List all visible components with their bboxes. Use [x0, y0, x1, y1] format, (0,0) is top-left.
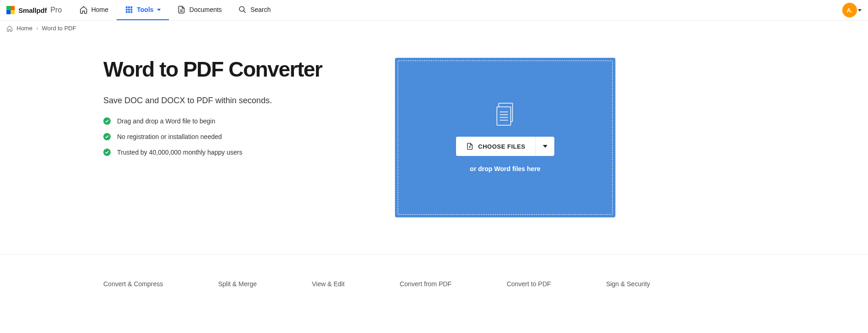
svg-rect-14 [497, 107, 511, 125]
category-title: Convert from PDF [400, 280, 451, 288]
category-title: Sign & Security [606, 280, 650, 288]
svg-rect-2 [131, 6, 132, 8]
svg-line-12 [243, 11, 246, 13]
check-icon [103, 133, 111, 140]
feature-item: Drag and drop a Word file to begin [103, 117, 349, 125]
category-title: Convert to PDF [507, 280, 551, 288]
check-icon [103, 117, 111, 125]
category-title: Convert & Compress [103, 280, 163, 288]
brand-tier: Pro [51, 6, 62, 14]
svg-rect-4 [129, 9, 130, 11]
brand-logo[interactable]: Smallpdf Pro [6, 6, 62, 14]
check-icon [103, 149, 111, 156]
svg-rect-7 [129, 11, 130, 13]
nav-home-label: Home [91, 6, 108, 13]
breadcrumb-separator: › [36, 25, 38, 32]
upload-area: CHOOSE FILES or drop Word files here [395, 58, 615, 217]
main-nav: Home Tools Documents Search [71, 0, 279, 20]
chevron-down-icon [157, 9, 161, 11]
svg-rect-5 [131, 9, 132, 11]
dropzone-container: CHOOSE FILES or drop Word files here [395, 58, 615, 217]
category-title: Split & Merge [218, 280, 257, 288]
home-icon [6, 25, 13, 32]
grid-icon [125, 6, 133, 14]
drop-hint: or drop Word files here [470, 165, 541, 172]
svg-point-11 [239, 6, 244, 11]
breadcrumb-home[interactable]: Home [17, 25, 33, 32]
dropzone[interactable]: CHOOSE FILES or drop Word files here [398, 61, 613, 215]
choose-files-button[interactable]: CHOOSE FILES [456, 137, 535, 156]
page-subtitle: Save DOC and DOCX to PDF within seconds. [103, 96, 349, 105]
category-title: View & Edit [312, 280, 344, 288]
breadcrumb-current: Word to PDF [42, 25, 76, 32]
nav-search-label: Search [250, 6, 271, 13]
app-header: Smallpdf Pro Home Tools Documents [0, 0, 868, 21]
svg-rect-6 [126, 11, 127, 13]
nav-documents-label: Documents [189, 6, 222, 13]
nav-documents[interactable]: Documents [169, 0, 230, 20]
feature-text: Trusted by 40,000,000 monthly happy user… [117, 149, 242, 156]
choose-files-dropdown[interactable] [536, 137, 554, 156]
feature-text: No registration or installation needed [117, 133, 222, 140]
brand-name: Smallpdf [18, 6, 47, 14]
feature-item: Trusted by 40,000,000 monthly happy user… [103, 149, 349, 156]
upload-button-group: CHOOSE FILES [456, 137, 554, 156]
main-content: Word to PDF Converter Save DOC and DOCX … [0, 36, 868, 245]
avatar-initial: A. [847, 7, 853, 14]
document-icon [177, 6, 186, 14]
search-icon [238, 6, 247, 14]
avatar: A. [842, 3, 857, 17]
hero-text: Word to PDF Converter Save DOC and DOCX … [103, 58, 349, 217]
logo-icon [6, 6, 15, 14]
nav-tools[interactable]: Tools [117, 0, 169, 20]
chevron-down-icon [858, 9, 862, 11]
breadcrumb: Home › Word to PDF [0, 21, 868, 36]
nav-tools-label: Tools [137, 6, 153, 13]
file-stack-icon [494, 103, 516, 128]
tool-categories: Convert & Compress Split & Merge View & … [0, 255, 868, 288]
choose-files-label: CHOOSE FILES [478, 143, 525, 150]
page-title: Word to PDF Converter [103, 58, 349, 81]
feature-text: Drag and drop a Word file to begin [117, 117, 215, 125]
chevron-down-icon [543, 145, 547, 148]
user-menu[interactable]: A. [842, 3, 862, 17]
nav-home[interactable]: Home [71, 0, 117, 20]
feature-item: No registration or installation needed [103, 133, 349, 140]
home-icon [79, 6, 88, 14]
svg-rect-1 [129, 6, 130, 8]
feature-list: Drag and drop a Word file to begin No re… [103, 117, 349, 156]
svg-rect-0 [126, 6, 127, 8]
svg-rect-3 [126, 9, 127, 11]
svg-rect-8 [131, 11, 132, 13]
nav-search[interactable]: Search [230, 0, 279, 20]
file-upload-icon [466, 142, 473, 150]
